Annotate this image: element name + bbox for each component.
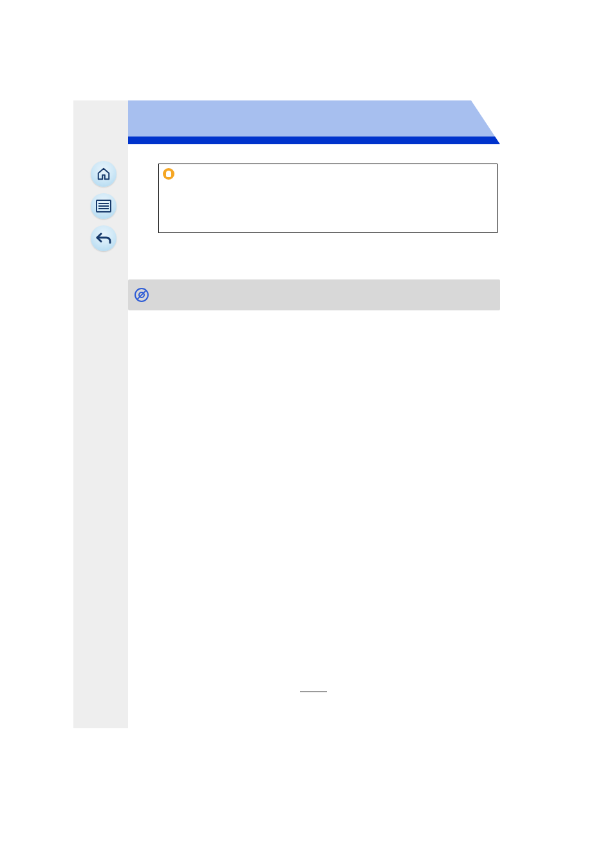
home-icon bbox=[97, 167, 111, 181]
page-footer-rule bbox=[300, 692, 327, 692]
back-button[interactable] bbox=[91, 225, 116, 251]
sidebar bbox=[73, 100, 128, 728]
header-notch bbox=[471, 100, 500, 144]
list-icon bbox=[96, 200, 111, 212]
no-symbol-icon bbox=[135, 288, 149, 302]
list-button[interactable] bbox=[91, 193, 116, 219]
header-upper-band bbox=[128, 100, 500, 137]
document-page bbox=[0, 0, 614, 868]
lightbulb-icon bbox=[163, 168, 174, 180]
section-header bbox=[128, 279, 500, 310]
page-header bbox=[128, 100, 500, 144]
note-callout bbox=[158, 164, 498, 233]
back-icon bbox=[96, 232, 111, 245]
header-accent-band bbox=[128, 137, 500, 144]
home-button[interactable] bbox=[91, 161, 116, 187]
main-content bbox=[128, 100, 500, 728]
